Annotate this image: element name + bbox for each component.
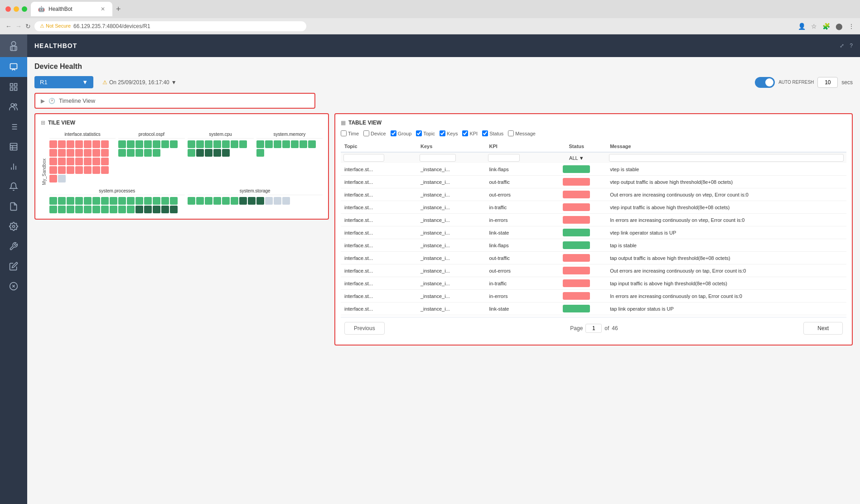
forward-button[interactable]: → [15,23,22,30]
toggle-device[interactable]: Device [363,130,386,136]
toggle-topic[interactable]: Topic [416,130,435,136]
table-row: interface.st... _instance_i... in-errors… [341,290,846,302]
toggle-group-checkbox[interactable] [391,130,396,136]
new-tab-button[interactable]: + [116,5,121,14]
toggle-kpi-checkbox[interactable] [462,130,468,136]
topbar-external-link-icon[interactable]: ⤢ [840,43,844,49]
device-select-button[interactable]: R1 ▼ [34,76,93,88]
filter-keys-input[interactable] [420,154,456,162]
table-body: interface.st... _instance_i... link-flap… [341,163,846,315]
menu-icon[interactable]: ⋮ [848,23,855,30]
tile-cell [84,166,92,174]
tile-cell [205,149,213,157]
page-number-input[interactable] [585,324,602,333]
toggle-group[interactable]: Group [391,130,412,136]
sidebar-item-close[interactable] [0,276,27,296]
svg-rect-8 [14,88,17,91]
tile-cells-interface-statistics [49,140,116,182]
toggle-message[interactable]: Message [508,130,536,136]
address-bar[interactable]: ⚠ Not Secure 66.129.235.7:48004/devices/… [34,21,306,31]
of-label: of [604,325,609,331]
filter-message[interactable] [606,152,846,163]
tile-cell [153,140,160,148]
toggle-status[interactable]: Status [482,130,503,136]
svg-rect-6 [14,84,17,86]
topbar-help-icon[interactable]: ? [850,43,853,49]
toggle-time[interactable]: Time [341,130,359,136]
datetime-selector[interactable]: ⚠ On 25/09/2019, 16:17:40 ▼ [102,79,177,86]
previous-button[interactable]: Previous [344,322,385,335]
cell-kpi: out-errors [485,264,546,277]
cell-kpi: link-state [485,226,546,239]
tab-close-icon[interactable]: ✕ [101,6,105,12]
sidebar-item-device-health[interactable] [0,57,27,77]
status-all-label[interactable]: ALL ▼ [549,155,604,161]
sidebar-item-tools[interactable] [0,236,27,256]
table-row: interface.st... _instance_i... in-errors… [341,214,846,226]
account-icon[interactable]: ⬤ [836,23,843,30]
tile-cell [84,206,92,213]
tile-cell [127,197,135,205]
tile-cell [101,166,109,174]
timeline-label: Timeline View [59,97,95,104]
tile-cell [92,197,100,205]
refresh-interval-input[interactable] [817,77,838,88]
toggle-time-checkbox[interactable] [341,130,347,136]
tile-cell [75,206,83,213]
auto-refresh-toggle[interactable] [755,77,775,88]
filter-status[interactable]: ALL ▼ [546,152,606,163]
close-dot[interactable] [5,6,11,12]
next-button[interactable]: Next [803,322,843,335]
column-header-system-memory: system.memory [256,130,323,139]
extension-icon[interactable]: 🧩 [822,23,830,30]
tile-cell [161,140,169,148]
tile-cell [118,149,126,157]
cell-message: In errors are increasing continuously on… [606,290,846,302]
toggle-keys-checkbox[interactable] [440,130,445,136]
toggle-keys[interactable]: Keys [440,130,458,136]
status-badge-green [563,305,590,312]
tile-cell [282,140,290,148]
sidebar-item-files[interactable] [0,197,27,216]
toggle-topic-checkbox[interactable] [416,130,422,136]
auto-refresh-label: AUTO REFRESH [778,79,814,85]
tile-cell [101,158,109,165]
back-button[interactable]: ← [5,23,12,30]
sidebar-item-list[interactable] [0,117,27,137]
filter-kpi[interactable] [485,152,546,163]
cell-keys: _instance_i... [417,176,485,188]
cell-kpi: out-traffic [485,176,546,188]
tile-cell [67,149,74,157]
sidebar-item-groups[interactable] [0,97,27,117]
maximize-dot[interactable] [22,6,27,12]
filter-kpi-input[interactable] [488,154,520,162]
column-header-system-processes: system.processes [49,187,185,195]
toggle-kpi[interactable]: KPI [462,130,478,136]
minimize-dot[interactable] [14,6,19,12]
filter-keys[interactable] [417,152,485,163]
timeline-section[interactable]: ▶ 🕐 Timeline View [34,93,315,109]
tile-cell [58,140,66,148]
reload-button[interactable]: ↻ [25,23,31,30]
sidebar-item-edit[interactable] [0,256,27,276]
toggle-message-checkbox[interactable] [508,130,514,136]
star-icon[interactable]: ☆ [811,23,817,30]
toggle-status-checkbox[interactable] [482,130,488,136]
table-view-title: TABLE VIEW [348,120,382,126]
sidebar-item-alerts[interactable] [0,177,27,197]
tile-cells-system-cpu [188,140,254,157]
sidebar-item-analytics[interactable] [0,77,27,97]
sidebar-item-settings[interactable] [0,216,27,236]
filter-topic-input[interactable] [343,154,384,162]
security-warning-icon: ⚠ Not Secure [40,23,71,29]
toggle-device-checkbox[interactable] [363,130,369,136]
cell-status [546,163,606,176]
filter-topic[interactable] [341,152,417,163]
cell-kpi: in-errors [485,214,546,226]
sidebar-item-reports[interactable] [0,157,27,177]
sidebar-item-table[interactable] [0,137,27,157]
profile-icon[interactable]: 👤 [798,23,806,30]
filter-message-input[interactable] [609,154,844,162]
tile-view-grid-icon: ⊞ [41,120,45,126]
tile-cell [213,197,221,205]
